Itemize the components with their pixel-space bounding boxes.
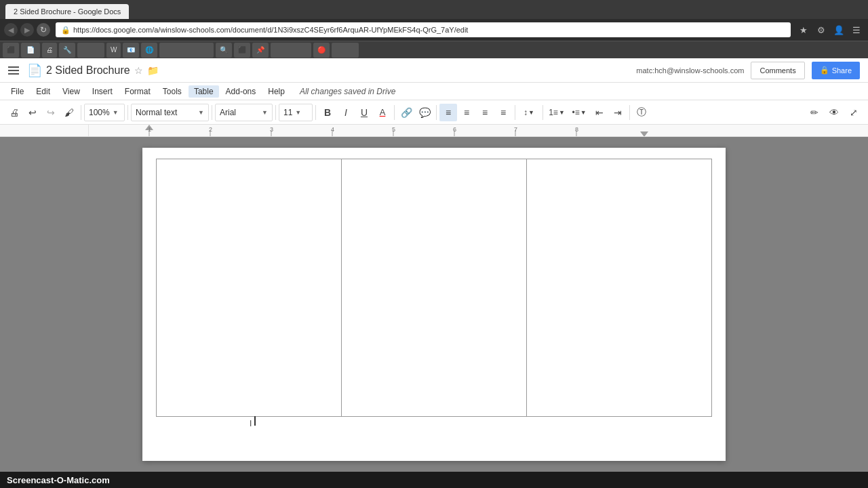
- ext-item-12[interactable]: 📌: [252, 43, 269, 58]
- nav-back-btn[interactable]: ◀: [4, 23, 18, 37]
- menu-table[interactable]: Table: [189, 85, 219, 98]
- undo-btn[interactable]: ↩: [24, 104, 41, 121]
- view-toggle-btn[interactable]: 👁: [825, 104, 843, 121]
- size-dropdown[interactable]: 11 ▼: [279, 104, 313, 121]
- menu-icon[interactable]: ☰: [849, 22, 864, 37]
- ext-item-1[interactable]: ⬛: [3, 43, 19, 58]
- align-right-btn[interactable]: ≡: [476, 104, 494, 121]
- browser-tab[interactable]: 2 Sided Brochure - Google Docs: [5, 4, 129, 19]
- toolbar-sep-7: [436, 105, 437, 120]
- svg-marker-18: [640, 131, 648, 137]
- toolbar-right-group: ✏ 👁 ⤢: [806, 104, 863, 121]
- zoom-dropdown[interactable]: 100% ▼: [84, 104, 125, 121]
- ext-item-3[interactable]: 🖨: [42, 43, 57, 58]
- table-cell-3[interactable]: [527, 159, 712, 417]
- menu-help[interactable]: Help: [262, 85, 290, 98]
- menu-bar: File Edit View Insert Format Tools Table…: [0, 83, 868, 100]
- ext-item-15[interactable]: [332, 43, 359, 58]
- ext-item-9[interactable]: [159, 43, 214, 58]
- share-button[interactable]: 🔒 Share: [812, 62, 860, 79]
- zoom-value: 100%: [89, 108, 110, 117]
- watermark-text: Screencast-O-Matic.com: [7, 475, 110, 485]
- nav-reload-btn[interactable]: ↻: [37, 23, 50, 37]
- menu-view[interactable]: View: [57, 85, 85, 98]
- page[interactable]: I: [142, 148, 726, 461]
- ext-item-11[interactable]: ⬛: [234, 43, 250, 58]
- align-left-btn[interactable]: ≡: [439, 104, 457, 121]
- clear-format-btn[interactable]: Ⓣ: [633, 104, 650, 121]
- link-btn[interactable]: 🔗: [397, 104, 415, 121]
- decrease-indent-btn[interactable]: ⇤: [591, 104, 608, 121]
- font-chevron: ▼: [262, 109, 268, 116]
- svg-text:3: 3: [270, 126, 273, 133]
- app-area: 📄 2 Sided Brochure ☆ 📁 matc:hch@winslow-…: [0, 58, 868, 472]
- ext-item-6[interactable]: W: [106, 43, 121, 58]
- ruler-svg: 1 2 3 4 5 6 7 8: [88, 125, 766, 137]
- bullet-list-btn[interactable]: •≡ ▼: [568, 104, 590, 121]
- sidebar-toggle[interactable]: [8, 64, 22, 77]
- ext-item-2[interactable]: 📄: [21, 43, 40, 58]
- paint-format-btn[interactable]: 🖌: [60, 104, 78, 121]
- brochure-table[interactable]: [156, 159, 712, 417]
- ext-item-14[interactable]: 🔴: [313, 43, 330, 58]
- text-color-label: A: [380, 107, 386, 117]
- page-inner: [142, 148, 726, 428]
- cursor-indicator: I: [250, 419, 252, 428]
- ext-item-7[interactable]: 📧: [123, 43, 139, 58]
- numbered-list-btn[interactable]: 1≡ ▼: [546, 104, 568, 121]
- doc-title[interactable]: 2 Sided Brochure: [46, 64, 130, 77]
- bookmark-icon[interactable]: ★: [796, 22, 811, 37]
- line-spacing-btn[interactable]: ↕ ▼: [518, 104, 540, 121]
- text-cursor: [254, 416, 256, 426]
- toolbar-sep-5: [315, 105, 316, 120]
- doc-area: I: [0, 137, 868, 472]
- menu-file[interactable]: File: [5, 85, 29, 98]
- address-bar[interactable]: 🔒 https://docs.google.com/a/winslow-scho…: [56, 22, 791, 37]
- print-btn[interactable]: 🖨: [5, 104, 23, 121]
- ext-item-4[interactable]: 🔧: [59, 43, 75, 58]
- align-justify-btn[interactable]: ≡: [494, 104, 512, 121]
- edit-mode-btn[interactable]: ✏: [806, 104, 823, 121]
- save-status: All changes saved in Drive: [300, 87, 395, 96]
- hamburger-line: [8, 73, 19, 75]
- ext-item-10[interactable]: 🔍: [216, 43, 232, 58]
- ext-item-8[interactable]: 🌐: [141, 43, 157, 58]
- svg-text:6: 6: [453, 126, 456, 133]
- bold-btn[interactable]: B: [319, 104, 336, 121]
- menu-insert[interactable]: Insert: [87, 85, 118, 98]
- star-icon[interactable]: ☆: [134, 65, 143, 76]
- comments-button[interactable]: Comments: [751, 62, 804, 79]
- line-spacing-chevron: ▼: [528, 109, 534, 116]
- svg-text:4: 4: [331, 126, 334, 133]
- bullet-list-chevron: ▼: [580, 109, 587, 116]
- menu-edit[interactable]: Edit: [31, 85, 56, 98]
- comment-inline-btn[interactable]: 💬: [416, 104, 433, 121]
- redo-btn[interactable]: ↪: [42, 104, 60, 121]
- toolbar-sep-4: [275, 105, 276, 120]
- folder-icon[interactable]: 📁: [147, 65, 159, 76]
- nav-forward-btn[interactable]: ▶: [20, 23, 34, 37]
- menu-format[interactable]: Format: [119, 85, 156, 98]
- font-dropdown[interactable]: Arial ▼: [215, 104, 273, 121]
- style-dropdown[interactable]: Normal text ▼: [131, 104, 209, 121]
- table-cell-1[interactable]: [157, 159, 342, 417]
- ext-item-5[interactable]: [77, 43, 104, 58]
- tab-label: 2 Sided Brochure - Google Docs: [14, 7, 121, 16]
- menu-tools[interactable]: Tools: [157, 85, 187, 98]
- underline-btn[interactable]: U: [355, 104, 373, 121]
- toolbar-sep-9: [542, 105, 543, 120]
- url-text: https://docs.google.com/a/winslow-school…: [73, 26, 468, 34]
- italic-btn[interactable]: I: [337, 104, 355, 121]
- expand-btn[interactable]: ⤢: [845, 104, 863, 121]
- user-icon[interactable]: 👤: [831, 22, 846, 37]
- align-center-btn[interactable]: ≡: [458, 104, 475, 121]
- ext-item-13[interactable]: [271, 43, 311, 58]
- svg-text:2: 2: [209, 126, 212, 133]
- toolbar-sep-3: [212, 105, 212, 120]
- menu-addons[interactable]: Add-ons: [220, 85, 262, 98]
- settings-icon[interactable]: ⚙: [814, 22, 829, 37]
- text-color-btn[interactable]: A: [374, 104, 391, 121]
- size-chevron: ▼: [295, 109, 301, 116]
- increase-indent-btn[interactable]: ⇥: [609, 104, 627, 121]
- table-cell-2[interactable]: [342, 159, 527, 417]
